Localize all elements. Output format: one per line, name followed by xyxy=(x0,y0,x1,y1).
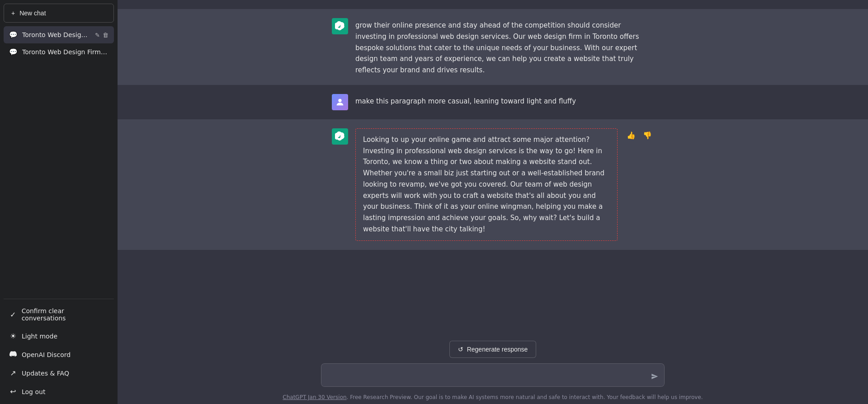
external-link-icon: ↗ xyxy=(9,369,17,377)
sidebar-item-logout[interactable]: ↩ Log out xyxy=(4,383,114,400)
edit-icon[interactable]: ✎ xyxy=(95,32,100,38)
faq-label: Updates & FAQ xyxy=(22,370,69,377)
message-content-3: Looking to up your online game and attra… xyxy=(355,128,618,241)
thumbs-up-button[interactable]: 👍 xyxy=(625,130,637,141)
thumbs-down-button[interactable]: 👎 xyxy=(641,130,654,141)
chat-item-label: Toronto Web Design SI xyxy=(22,31,90,38)
chat-messages: grow their online presence and stay ahea… xyxy=(118,0,868,334)
check-icon: ✓ xyxy=(9,310,17,319)
avatar-user xyxy=(332,94,348,110)
input-area xyxy=(321,363,665,389)
new-chat-button[interactable]: + New chat xyxy=(4,4,114,23)
discord-label: OpenAI Discord xyxy=(22,351,71,358)
delete-icon[interactable]: 🗑 xyxy=(103,32,108,38)
sidebar-item-clear[interactable]: ✓ Confirm clear conversations xyxy=(4,303,114,326)
chat-item-actions: ✎ 🗑 xyxy=(95,32,108,38)
message-content-2: make this paragraph more casual, leaning… xyxy=(355,94,654,107)
message-inner-2: make this paragraph more casual, leaning… xyxy=(321,94,665,110)
sidebar-item-light-mode[interactable]: ☀ Light mode xyxy=(4,327,114,345)
footer-link[interactable]: ChatGPT Jan 30 Version xyxy=(283,394,346,400)
avatar-assistant-1 xyxy=(332,18,348,34)
new-chat-label: New chat xyxy=(19,9,46,17)
avatar-assistant-2 xyxy=(332,128,348,145)
sidebar: + New chat 💬 Toronto Web Design SI ✎ 🗑 💬… xyxy=(0,0,118,404)
chat-item-label: Toronto Web Design Firm CTA xyxy=(22,48,108,56)
message-block-2: make this paragraph more casual, leaning… xyxy=(118,85,868,119)
clear-label: Confirm clear conversations xyxy=(22,307,108,322)
svg-point-0 xyxy=(338,99,341,102)
message-content-1: grow their online presence and stay ahea… xyxy=(355,18,654,76)
message-inner-1: grow their online presence and stay ahea… xyxy=(321,18,665,76)
message-block-1: grow their online presence and stay ahea… xyxy=(118,9,868,85)
send-icon xyxy=(651,373,658,382)
main-content: grow their online presence and stay ahea… xyxy=(118,0,868,404)
sidebar-divider xyxy=(4,299,114,299)
chat-icon: 💬 xyxy=(9,48,18,56)
footer-note: ChatGPT Jan 30 Version. Free Research Pr… xyxy=(283,394,703,400)
discord-icon xyxy=(9,350,17,359)
logout-label: Log out xyxy=(22,388,45,395)
sidebar-item-faq[interactable]: ↗ Updates & FAQ xyxy=(4,364,114,382)
send-button[interactable] xyxy=(650,372,659,383)
message-actions: 👍 👎 xyxy=(625,128,654,141)
light-mode-label: Light mode xyxy=(22,333,57,340)
message-inner-3: Looking to up your online game and attra… xyxy=(321,128,665,241)
sidebar-bottom: ✓ Confirm clear conversations ☀ Light mo… xyxy=(4,303,114,400)
footer-description: . Free Research Preview. Our goal is to … xyxy=(347,394,703,400)
sidebar-item-chat2[interactable]: 💬 Toronto Web Design Firm CTA xyxy=(4,43,114,61)
logout-icon: ↩ xyxy=(9,387,17,396)
chat-input[interactable] xyxy=(321,363,665,387)
chat-bottom: ↺ Regenerate response ChatGPT Jan 30 Ver… xyxy=(118,334,868,404)
chat-list: 💬 Toronto Web Design SI ✎ 🗑 💬 Toronto We… xyxy=(4,26,114,295)
regenerate-icon: ↺ xyxy=(458,346,463,353)
sun-icon: ☀ xyxy=(9,332,17,340)
sidebar-item-discord[interactable]: OpenAI Discord xyxy=(4,346,114,363)
regenerate-label: Regenerate response xyxy=(467,346,528,353)
plus-icon: + xyxy=(11,9,15,17)
regenerate-button[interactable]: ↺ Regenerate response xyxy=(449,341,537,358)
sidebar-item-chat1[interactable]: 💬 Toronto Web Design SI ✎ 🗑 xyxy=(4,26,114,43)
message-block-3: Looking to up your online game and attra… xyxy=(118,119,868,250)
chat-icon: 💬 xyxy=(9,31,18,39)
